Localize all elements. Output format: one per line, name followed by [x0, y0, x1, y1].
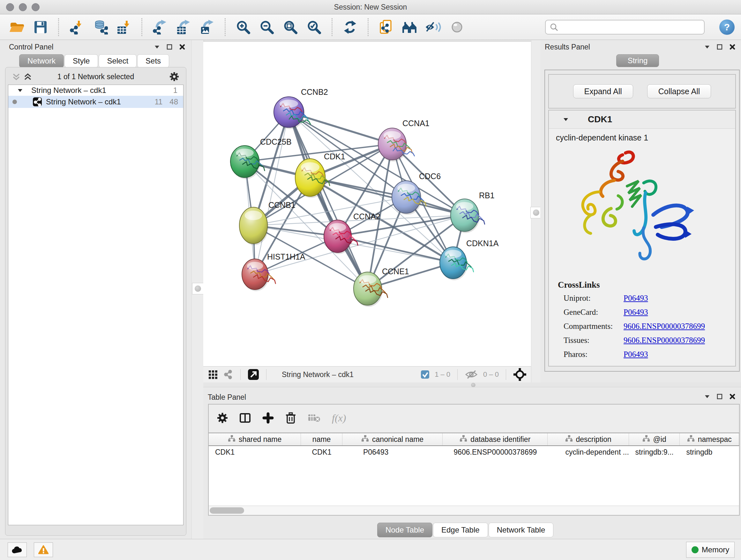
- float-panel-icon[interactable]: [716, 44, 723, 51]
- hide-signal-button[interactable]: [425, 18, 442, 36]
- entry-collapse-icon[interactable]: [563, 117, 569, 122]
- crosshair-icon[interactable]: [513, 368, 527, 381]
- network-options-gear-icon[interactable]: [170, 72, 179, 81]
- network-share-icon[interactable]: [223, 369, 233, 380]
- node-CDC25B[interactable]: CDC25B: [230, 137, 292, 179]
- tab-select[interactable]: Select: [98, 54, 137, 68]
- add-column-icon[interactable]: [262, 412, 274, 424]
- tab-network-table[interactable]: Network Table: [488, 523, 554, 537]
- zoom-window-button[interactable]: [31, 3, 40, 11]
- glass-ball-button[interactable]: [448, 18, 466, 36]
- column-header-@id[interactable]: @id: [629, 433, 680, 445]
- collapse-panel-icon[interactable]: [704, 44, 711, 50]
- crosslink-link[interactable]: P06493: [623, 294, 648, 303]
- crosslink-link[interactable]: 9606.ENSP00000378699: [623, 336, 705, 345]
- export-table-button[interactable]: [175, 18, 192, 36]
- float-panel-icon[interactable]: [716, 393, 723, 400]
- string-home-button[interactable]: [401, 18, 418, 36]
- node-CCNB2[interactable]: CCNB2: [274, 87, 328, 129]
- cloud-button[interactable]: [8, 543, 27, 557]
- column-header-description[interactable]: description: [548, 433, 629, 445]
- collapse-panel-icon[interactable]: [154, 44, 160, 50]
- node-CDC6[interactable]: CDC6: [392, 172, 441, 215]
- column-header-canonical-name[interactable]: canonical name: [342, 433, 443, 445]
- node-CCNA1[interactable]: CCNA1: [378, 119, 429, 162]
- left-splitter-handle[interactable]: [192, 283, 204, 294]
- hidden-eye-icon[interactable]: [465, 369, 478, 380]
- selected-checkbox-icon[interactable]: [421, 370, 429, 379]
- zoom-in-button[interactable]: [234, 18, 252, 36]
- table-cell[interactable]: 9606.ENSP00000378699: [443, 446, 548, 458]
- network-collection-row[interactable]: String Network – cdk1 1: [8, 85, 183, 96]
- node-CDK1[interactable]: CDK1: [295, 152, 345, 198]
- import-network-file-button[interactable]: [68, 18, 85, 36]
- tab-network[interactable]: Network: [19, 54, 64, 68]
- column-header-namespac[interactable]: namespac: [680, 433, 739, 445]
- node-CCNB1[interactable]: CCNB1: [239, 200, 295, 245]
- tab-string[interactable]: String: [616, 54, 659, 67]
- import-network-database-button[interactable]: [91, 18, 109, 36]
- table-cell[interactable]: stringdb:9...: [629, 446, 680, 458]
- table-cell[interactable]: P06493: [342, 446, 443, 458]
- zoom-selected-button[interactable]: [306, 18, 323, 36]
- collapse-panel-icon[interactable]: [704, 394, 711, 399]
- grid-view-icon[interactable]: [208, 369, 218, 380]
- close-panel-icon[interactable]: [179, 44, 186, 51]
- table-row[interactable]: CDK1CDK1P064939606.ENSP00000378699cyclin…: [209, 446, 739, 458]
- horizontal-splitter-handle[interactable]: [471, 383, 475, 387]
- open-session-button[interactable]: [8, 18, 25, 36]
- scrollbar-thumb[interactable]: [210, 507, 244, 514]
- delete-column-icon[interactable]: [285, 412, 296, 424]
- table-cell[interactable]: CDK1: [301, 446, 342, 458]
- tab-node-table[interactable]: Node Table: [377, 523, 432, 537]
- left-splitter[interactable]: [192, 40, 204, 539]
- close-window-button[interactable]: [6, 3, 14, 11]
- crosslink-link[interactable]: P06493: [623, 308, 648, 317]
- close-panel-icon[interactable]: [729, 393, 736, 400]
- crosslink-link[interactable]: P06493: [623, 350, 648, 359]
- collection-expand-icon[interactable]: [17, 88, 23, 92]
- network-canvas[interactable]: CCNB2CCNA1CDC25BCDK1CDC6RB1CCNB1CCNA2CDK…: [203, 42, 531, 366]
- edge[interactable]: [289, 112, 367, 289]
- birdseye-view-icon[interactable]: [248, 369, 259, 380]
- minimize-window-button[interactable]: [19, 3, 27, 11]
- memory-button[interactable]: Memory: [686, 542, 735, 558]
- export-image-button[interactable]: [199, 18, 216, 36]
- table-cell[interactable]: cyclin-dependent ...: [548, 446, 629, 458]
- node-CCNE1[interactable]: CCNE1: [354, 267, 409, 307]
- column-header-shared-name[interactable]: shared name: [209, 433, 301, 445]
- expand-all-button[interactable]: Expand All: [573, 84, 633, 98]
- zoom-out-button[interactable]: [258, 18, 275, 36]
- clipboard-network-button[interactable]: [378, 18, 395, 36]
- table-settings-gear-icon[interactable]: [217, 413, 228, 423]
- horizontal-splitter[interactable]: [203, 382, 741, 387]
- search-input[interactable]: [561, 23, 700, 32]
- tab-edge-table[interactable]: Edge Table: [433, 523, 488, 537]
- titlebar: Session: New Session: [0, 0, 741, 14]
- save-session-button[interactable]: [32, 18, 49, 36]
- close-panel-icon[interactable]: [729, 44, 736, 51]
- node-entry-header[interactable]: CDK1: [549, 111, 735, 129]
- table-cell[interactable]: stringdb: [680, 446, 739, 458]
- tab-style[interactable]: Style: [64, 54, 98, 68]
- collapse-all-button[interactable]: Collapse All: [647, 84, 711, 98]
- network-row-selected[interactable]: String Network – cdk1 11 48: [8, 96, 183, 108]
- import-table-button[interactable]: [115, 18, 132, 36]
- table-horizontal-scrollbar[interactable]: [209, 506, 739, 515]
- right-splitter[interactable]: [531, 40, 541, 382]
- column-header-database-identifier[interactable]: database identifier: [443, 433, 548, 445]
- help-button[interactable]: ?: [719, 19, 735, 35]
- apply-layout-button[interactable]: [341, 18, 359, 36]
- table-cell[interactable]: CDK1: [209, 446, 301, 458]
- zoom-fit-button[interactable]: [282, 18, 299, 36]
- column-header-name[interactable]: name: [301, 433, 342, 445]
- node-HIST1H1A[interactable]: HIST1H1A: [242, 252, 306, 291]
- float-panel-icon[interactable]: [166, 44, 173, 51]
- node-RB1[interactable]: RB1: [451, 191, 495, 233]
- show-columns-icon[interactable]: [239, 412, 251, 424]
- node-CDKN1A[interactable]: CDKN1A: [440, 239, 499, 280]
- crosslink-link[interactable]: 9606.ENSP00000378699: [623, 322, 705, 331]
- tab-sets[interactable]: Sets: [137, 54, 169, 68]
- export-network-button[interactable]: [151, 18, 169, 36]
- warnings-button[interactable]: [34, 543, 53, 557]
